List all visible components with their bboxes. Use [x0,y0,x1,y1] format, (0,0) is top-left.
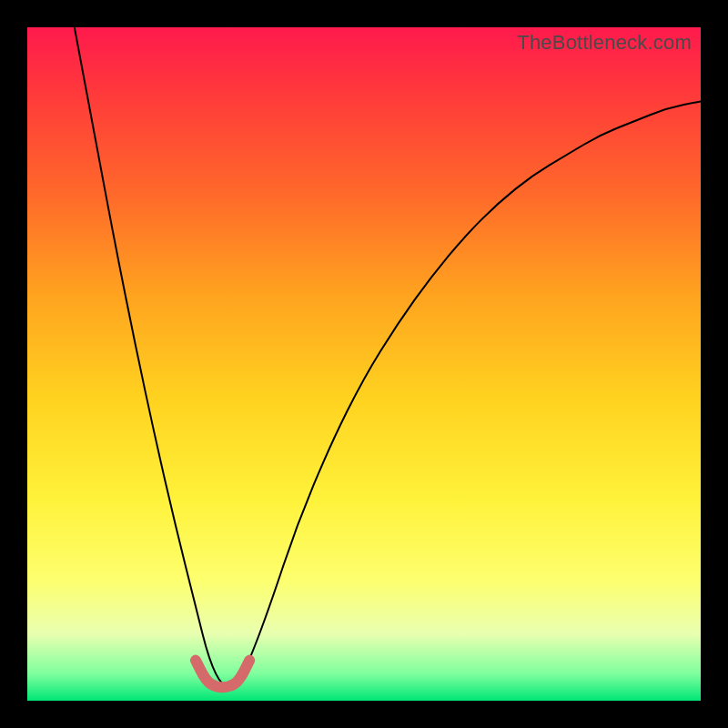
bottleneck-curve [75,27,701,687]
chart-container: TheBottleneck.com [0,0,728,728]
optimal-zone-marker [196,661,249,688]
curve-svg [27,27,701,701]
plot-area: TheBottleneck.com [27,27,701,701]
